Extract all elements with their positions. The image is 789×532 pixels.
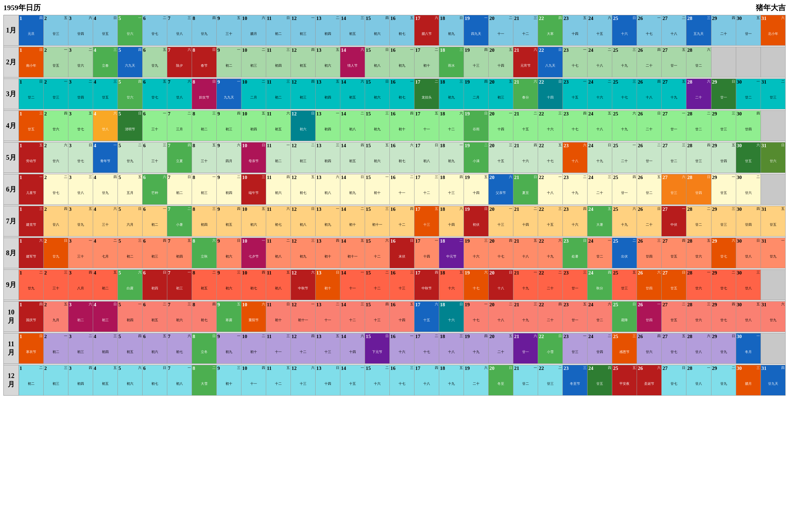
day-m3-d14: 14六初五 bbox=[340, 79, 365, 109]
day-lunar-m6-d28: 廿四 bbox=[687, 182, 710, 204]
day-dow-m7-d16: 四 bbox=[410, 207, 414, 210]
day-dow-m9-d13: 日 bbox=[336, 270, 339, 274]
day-lunar-m2-d11: 初四 bbox=[267, 54, 290, 77]
day-dow-m4-d15: 三 bbox=[385, 111, 389, 115]
day-dow-m5-d22: 五 bbox=[558, 143, 562, 147]
day-lunar-m8-d21: 十八 bbox=[514, 245, 537, 268]
day-number-m7-d18: 18 bbox=[440, 207, 445, 212]
day-number-m4-d9: 9 bbox=[217, 111, 220, 116]
day-number-m6-d10: 10 bbox=[242, 175, 247, 180]
day-dow-m4-d8: 三 bbox=[212, 111, 216, 115]
day-number-m9-d25: 25 bbox=[613, 270, 618, 276]
day-lunar-m9-d22: 二十 bbox=[539, 277, 562, 300]
day-dow-m5-d12: 二 bbox=[311, 143, 315, 147]
day-m9-d28: 28一廿六 bbox=[686, 270, 711, 300]
day-dow-m10-d12: 一 bbox=[311, 302, 315, 306]
day-number-m10-d3: 3 bbox=[69, 302, 72, 307]
day-dow-m6-d7: 日 bbox=[188, 175, 191, 179]
day-m2-d3: 3二廿六 bbox=[68, 47, 93, 77]
day-dow-m10-d4: 日 bbox=[113, 302, 117, 306]
day-m11-d31 bbox=[760, 333, 785, 364]
day-number-m3-d20: 20 bbox=[489, 79, 494, 84]
day-dow-m3-d31: 二 bbox=[781, 79, 785, 83]
day-dow-m11-d21: 六 bbox=[534, 334, 537, 338]
day-lunar-m10-d10: 重阳节 bbox=[242, 309, 265, 331]
day-dow-m9-d27: 日 bbox=[682, 270, 685, 274]
day-m1-d26: 26一十七 bbox=[637, 15, 662, 46]
day-number-m6-d28: 28 bbox=[687, 175, 692, 180]
day-m9-d26: 26六廿四 bbox=[637, 270, 662, 300]
day-number-m2-d13: 13 bbox=[316, 48, 322, 53]
day-number-m5-d31: 31 bbox=[762, 143, 767, 148]
day-number-m7-d10: 10 bbox=[242, 207, 247, 212]
day-dow-m3-d26: 四 bbox=[657, 79, 661, 83]
day-dow-m12-d28: 一 bbox=[707, 366, 711, 369]
day-lunar-m5-d7: 立夏 bbox=[168, 150, 191, 172]
day-m1-d8: 8四廿九 bbox=[192, 15, 216, 46]
day-dow-m5-d23: 六 bbox=[583, 143, 587, 147]
day-lunar-m12-d13: 十四 bbox=[316, 372, 339, 395]
day-number-m7-d9: 9 bbox=[217, 207, 220, 212]
day-number-m2-d26: 26 bbox=[638, 48, 643, 53]
day-m9-d6: 6日初四 bbox=[142, 270, 167, 300]
day-m9-d15: 15二十二 bbox=[365, 270, 390, 300]
day-m8-d30: 30日廿八 bbox=[736, 238, 760, 268]
day-dow-m8-d26: 三 bbox=[657, 239, 661, 242]
day-lunar-m7-d19: 初伏 bbox=[464, 213, 488, 236]
day-number-m6-d30: 30 bbox=[737, 175, 742, 180]
day-dow-m6-d20: 六 bbox=[509, 175, 512, 179]
day-lunar-m6-d21: 夏至 bbox=[514, 182, 537, 204]
day-lunar-m8-d3: 三十 bbox=[69, 245, 92, 268]
day-dow-m1-d7: 三 bbox=[188, 16, 191, 20]
day-number-m8-d13: 13 bbox=[316, 239, 322, 244]
day-dow-m9-d23: 三 bbox=[583, 270, 587, 274]
day-dow-m7-d19: 日 bbox=[484, 207, 488, 210]
day-lunar-m7-d13: 初九 bbox=[316, 213, 339, 236]
day-lunar-m7-d30: 廿四 bbox=[737, 213, 760, 236]
day-dow-m4-d17: 五 bbox=[435, 111, 438, 115]
day-number-m2-d25: 25 bbox=[613, 48, 618, 53]
day-dow-m8-d9: 日 bbox=[237, 239, 240, 242]
day-m2-d4: 4三立春 bbox=[93, 47, 117, 77]
day-number-m2-d7: 7 bbox=[168, 48, 171, 53]
day-dow-m1-d2: 五 bbox=[64, 16, 67, 20]
day-dow-m2-d27: 五 bbox=[682, 48, 685, 52]
day-lunar-m2-d13: 初六 bbox=[316, 54, 339, 77]
day-dow-m11-d20: 五 bbox=[509, 334, 512, 338]
day-number-m2-d15: 15 bbox=[366, 48, 371, 53]
day-number-m9-d17: 17 bbox=[415, 270, 420, 276]
day-lunar-m12-d11: 十二 bbox=[267, 372, 290, 395]
day-m4-d9: 9四初三 bbox=[216, 111, 241, 141]
day-lunar-m3-d21: 春分 bbox=[514, 86, 537, 109]
day-number-m7-d26: 26 bbox=[638, 207, 643, 212]
day-dow-m7-d15: 三 bbox=[385, 207, 389, 210]
day-lunar-m6-d3: 廿八 bbox=[69, 182, 92, 204]
day-dow-m3-d11: 三 bbox=[287, 79, 290, 83]
day-m8-d8: 8六立秋 bbox=[192, 238, 216, 268]
day-m5-d24: 24日十九 bbox=[588, 142, 612, 173]
day-number-m11-d4: 4 bbox=[94, 334, 96, 339]
day-number-m10-d1: 1 bbox=[20, 302, 22, 307]
day-dow-m11-d28: 六 bbox=[707, 334, 711, 338]
day-number-m11-d10: 10 bbox=[242, 334, 247, 339]
day-dow-m5-d28: 四 bbox=[707, 143, 711, 147]
day-m10-d13: 13二十一 bbox=[316, 302, 340, 332]
day-lunar-m9-d25: 廿三 bbox=[613, 277, 636, 300]
day-number-m7-d4: 4 bbox=[94, 207, 96, 212]
day-lunar-m5-d31: 廿六 bbox=[762, 150, 785, 172]
day-m12-d27: 27日廿七 bbox=[662, 365, 686, 396]
day-m2-d5: 5四六九天 bbox=[117, 47, 142, 77]
day-number-m12-d14: 14 bbox=[341, 366, 346, 371]
day-lunar-m2-d17: 初十 bbox=[415, 54, 438, 77]
day-number-m2-d19: 19 bbox=[464, 48, 470, 53]
day-dow-m8-d5: 三 bbox=[138, 239, 142, 242]
day-lunar-m3-d23: 十五 bbox=[564, 86, 587, 109]
day-m5-d12: 12二初三 bbox=[291, 142, 315, 173]
day-number-m8-d8: 8 bbox=[193, 239, 196, 244]
day-lunar-m3-d22: 十四 bbox=[539, 86, 562, 109]
day-number-m7-d5: 5 bbox=[118, 207, 121, 212]
day-lunar-m9-d28: 廿六 bbox=[687, 277, 710, 300]
day-dow-m8-d12: 三 bbox=[311, 239, 315, 242]
day-m7-d26: 26日二十 bbox=[637, 206, 662, 236]
day-dow-m12-d27: 日 bbox=[682, 366, 685, 369]
